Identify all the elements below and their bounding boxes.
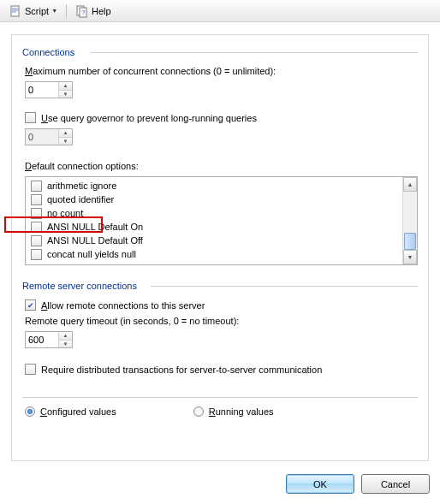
scroll-thumb[interactable] <box>404 233 416 250</box>
listbox-scrollbar[interactable]: ▲ ▼ <box>402 177 417 264</box>
remote-timeout-input[interactable] <box>26 332 58 347</box>
distributed-trans-row: Require distributed transactions for ser… <box>25 364 418 375</box>
radio-icon[interactable] <box>193 406 204 417</box>
list-item[interactable]: ANSI NULL Default On <box>26 220 402 234</box>
ok-button[interactable]: OK <box>286 474 354 494</box>
list-item[interactable]: arithmetic ignore <box>26 179 402 193</box>
option-checkbox[interactable] <box>31 235 42 246</box>
list-item[interactable]: ANSI NULL Default Off <box>26 234 402 247</box>
script-label: Script <box>25 6 49 16</box>
running-values-radio[interactable]: Running values <box>193 406 274 417</box>
option-checkbox[interactable] <box>31 181 42 192</box>
script-icon <box>9 4 22 18</box>
spin-down-icon[interactable]: ▼ <box>59 91 72 98</box>
list-item[interactable]: concat null yields null <box>26 247 402 261</box>
cancel-button[interactable]: Cancel <box>361 474 430 494</box>
svg-rect-0 <box>11 6 19 16</box>
max-connections-label-row: Maximum number of concurrent connections… <box>25 66 418 76</box>
query-governor-row: Use query governor to prevent long-runni… <box>25 112 418 123</box>
spin-up-icon[interactable]: ▲ <box>59 82 72 91</box>
divider <box>22 397 418 398</box>
help-icon: ? <box>75 4 89 18</box>
query-governor-checkbox[interactable] <box>25 112 36 123</box>
allow-remote-checkbox[interactable]: ✔ <box>25 299 36 311</box>
remote-timeout-label: Remote query timeout (in seconds, 0 = no… <box>25 316 418 326</box>
max-connections-spinner[interactable]: ▲ ▼ <box>25 81 73 98</box>
list-item[interactable]: no count <box>26 206 402 220</box>
option-checkbox[interactable] <box>31 249 42 260</box>
help-label: Help <box>92 6 111 16</box>
listbox-inner: arithmetic ignore quoted identifier no c… <box>26 177 402 264</box>
svg-text:?: ? <box>81 9 86 16</box>
radio-icon[interactable] <box>25 406 35 417</box>
option-checkbox[interactable] <box>31 222 42 233</box>
list-item[interactable]: quoted identifier <box>26 193 402 206</box>
settings-panel: Connections Maximum number of concurrent… <box>11 34 429 461</box>
scroll-down-icon[interactable]: ▼ <box>403 250 417 264</box>
query-governor-input <box>26 129 58 145</box>
scroll-up-icon[interactable]: ▲ <box>403 177 417 192</box>
spin-down-icon[interactable]: ▼ <box>59 341 72 348</box>
spin-up-icon: ▲ <box>59 129 72 138</box>
configured-values-radio[interactable]: Configured values <box>25 406 116 417</box>
remote-section-title: Remote server connections <box>22 281 418 291</box>
spin-down-icon: ▼ <box>59 138 72 145</box>
allow-remote-row: ✔ Allow remote connections to this serve… <box>25 299 418 311</box>
chevron-down-icon: ▼ <box>51 8 57 14</box>
option-checkbox[interactable] <box>31 208 42 219</box>
toolbar-separator <box>66 4 67 18</box>
remote-timeout-spinner[interactable]: ▲ ▼ <box>25 331 73 348</box>
default-options-label: Default connection options: <box>25 161 418 171</box>
default-options-listbox[interactable]: arithmetic ignore quoted identifier no c… <box>25 176 418 265</box>
spin-up-icon[interactable]: ▲ <box>59 332 72 341</box>
values-radio-group: Configured values Running values <box>25 406 418 417</box>
help-button[interactable]: ? Help <box>72 3 115 20</box>
toolbar: Script ▼ ? Help <box>0 0 440 22</box>
dialog-buttons: OK Cancel <box>286 474 430 494</box>
query-governor-spinner: ▲ ▼ <box>25 128 73 145</box>
option-checkbox[interactable] <box>31 194 42 205</box>
script-dropdown[interactable]: Script ▼ <box>5 3 61 20</box>
max-connections-input[interactable] <box>26 82 58 98</box>
distributed-trans-checkbox[interactable] <box>25 364 36 375</box>
scroll-track[interactable] <box>403 192 417 250</box>
connections-section-title: Connections <box>22 47 418 57</box>
